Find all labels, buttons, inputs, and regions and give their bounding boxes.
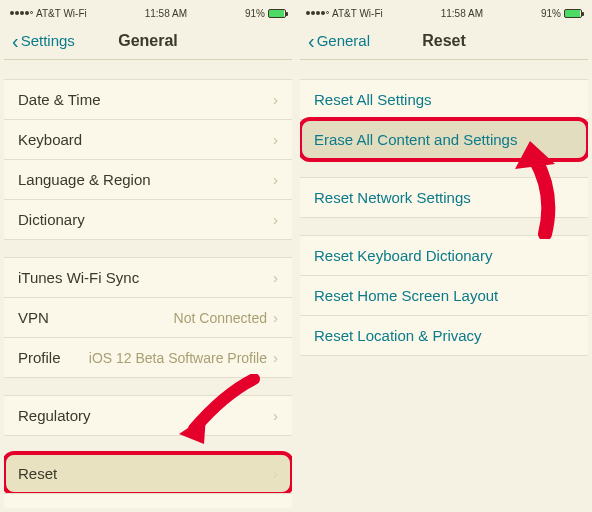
reset-list: Reset All Settings Erase All Content and…	[300, 60, 588, 356]
battery-icon	[564, 9, 582, 18]
chevron-right-icon: ›	[273, 131, 278, 148]
row-reset-network-settings[interactable]: Reset Network Settings	[300, 177, 588, 218]
signal-icon	[10, 11, 33, 15]
screen-general: AT&T Wi-Fi 11:58 AM 91% ‹ Settings Gener…	[4, 4, 292, 508]
row-reset-keyboard-dictionary[interactable]: Reset Keyboard Dictionary	[300, 235, 588, 276]
row-regulatory[interactable]: Regulatory ›	[4, 395, 292, 436]
row-itunes-wifi-sync[interactable]: iTunes Wi-Fi Sync ›	[4, 257, 292, 298]
row-reset-all-settings[interactable]: Reset All Settings	[300, 79, 588, 120]
back-button[interactable]: ‹ General	[308, 31, 370, 51]
profile-detail: iOS 12 Beta Software Profile	[61, 350, 273, 366]
chevron-left-icon: ‹	[308, 31, 315, 51]
vpn-status: Not Connected	[49, 310, 273, 326]
carrier-label: AT&T Wi-Fi	[332, 8, 383, 19]
back-label: Settings	[21, 32, 75, 49]
status-bar: AT&T Wi-Fi 11:58 AM 91%	[300, 4, 588, 22]
screen-reset: AT&T Wi-Fi 11:58 AM 91% ‹ General Reset …	[300, 4, 588, 508]
row-language-region[interactable]: Language & Region ›	[4, 159, 292, 200]
row-reset[interactable]: Reset ›	[4, 453, 292, 494]
nav-bar: ‹ Settings General	[4, 22, 292, 60]
settings-list: Date & Time › Keyboard › Language & Regi…	[4, 60, 292, 508]
chevron-right-icon: ›	[273, 465, 278, 482]
row-vpn[interactable]: VPN Not Connected ›	[4, 297, 292, 338]
back-button[interactable]: ‹ Settings	[12, 31, 75, 51]
chevron-right-icon: ›	[273, 309, 278, 326]
row-dictionary[interactable]: Dictionary ›	[4, 199, 292, 240]
chevron-right-icon: ›	[273, 211, 278, 228]
status-bar: AT&T Wi-Fi 11:58 AM 91%	[4, 4, 292, 22]
row-profile[interactable]: Profile iOS 12 Beta Software Profile ›	[4, 337, 292, 378]
chevron-right-icon: ›	[273, 349, 278, 366]
row-keyboard[interactable]: Keyboard ›	[4, 119, 292, 160]
chevron-right-icon: ›	[273, 91, 278, 108]
chevron-right-icon: ›	[273, 171, 278, 188]
battery-percent: 91%	[541, 8, 561, 19]
row-date-time[interactable]: Date & Time ›	[4, 79, 292, 120]
battery-icon	[268, 9, 286, 18]
chevron-right-icon: ›	[273, 269, 278, 286]
row-reset-home-screen[interactable]: Reset Home Screen Layout	[300, 275, 588, 316]
signal-icon	[306, 11, 329, 15]
chevron-left-icon: ‹	[12, 31, 19, 51]
carrier-label: AT&T Wi-Fi	[36, 8, 87, 19]
row-shut-down[interactable]: Shut Down	[4, 493, 292, 508]
row-erase-all-content[interactable]: Erase All Content and Settings	[300, 119, 588, 160]
chevron-right-icon: ›	[273, 407, 278, 424]
back-label: General	[317, 32, 370, 49]
time-label: 11:58 AM	[441, 8, 483, 19]
row-reset-location-privacy[interactable]: Reset Location & Privacy	[300, 315, 588, 356]
nav-bar: ‹ General Reset	[300, 22, 588, 60]
time-label: 11:58 AM	[145, 8, 187, 19]
battery-percent: 91%	[245, 8, 265, 19]
